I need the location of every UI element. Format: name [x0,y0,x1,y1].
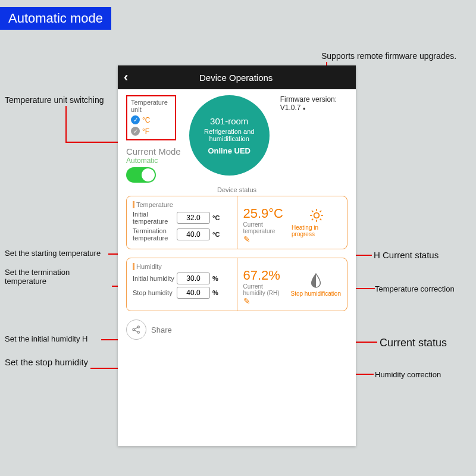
hum-unit-1: % [212,275,218,282]
ann-h-current-status: H Current status [374,250,439,260]
check-icon: ✓ [131,115,140,124]
current-temperature-label: Current temperature [243,221,284,234]
edit-temp-icon[interactable]: ✎ [243,234,250,244]
humidity-status: Stop humidification [291,273,342,297]
ann-term-temp: Set the termination temperature [5,268,100,286]
unit-fahrenheit-label: °F [142,127,149,136]
mode-banner: Automatic mode [0,7,111,30]
svg-line-8 [320,211,321,212]
device-online-status: Online UED [208,146,250,155]
svg-point-0 [314,213,319,218]
ann-init-hum: Set the initial humidity H [5,334,87,343]
mode-toggle[interactable] [126,167,156,183]
temperature-unit-box: Temperature unit ✓ °C ✓ °F [126,95,176,140]
ann-humidity-correction: Humidity correction [375,370,441,379]
ann-temp-unit-switch: Temperature unit switching [5,95,104,105]
temp-unit-2: °C [212,231,220,238]
svg-point-11 [137,331,139,333]
svg-line-6 [320,219,321,220]
firmware-label: Firmware version: [280,95,337,104]
device-badge: 301-room Refrigeration and humidificatio… [189,95,270,176]
svg-line-5 [311,211,312,212]
temperature-card: Temperature Initial temperature °C Termi… [126,196,347,249]
device-desc: Refrigeration and humidification [189,128,270,142]
panel-title: Device Operations [122,73,350,83]
svg-line-13 [134,330,137,332]
ann-start-temp: Set the starting temperature [5,249,101,258]
temp-section-title: Temperature [133,201,231,208]
temp-unit-1: °C [212,214,220,221]
device-status-header: Device status [126,186,347,193]
current-mode-label: Current Mode [126,146,181,156]
ann-remote-fw: Supports remote firmware upgrades. [321,51,456,61]
heating-status: Heating in progress [292,208,341,237]
svg-point-10 [137,326,139,328]
ann-stop-hum: Set the stop humidity [5,357,88,367]
temp-initial-input[interactable] [177,212,210,224]
firmware-block: Firmware version: V1.0.7 ● [280,95,337,112]
svg-line-7 [311,219,312,220]
hum-stop-label: Stop humidity [133,289,174,296]
temp-term-label: Termination temperature [133,227,174,242]
share-icon [126,320,146,340]
device-room: 301-room [210,116,248,126]
check-icon: ✓ [131,127,140,136]
hum-stop-input[interactable] [177,287,210,299]
current-mode-value: Automatic [126,156,158,165]
unit-fahrenheit-option[interactable]: ✓ °F [131,127,171,136]
firmware-value: V1.0.7 [280,104,301,112]
device-panel: ‹ Device Operations Temperature unit ✓ °… [118,65,356,446]
svg-line-12 [134,327,137,329]
sun-icon [309,208,324,223]
hum-unit-2: % [212,289,218,296]
temp-initial-label: Initial temperature [133,211,174,225]
current-humidity-label: Current humidity (RH) [243,283,283,296]
hum-initial-label: Initial humidity [133,275,174,282]
ann-temp-correction: Temperature correction [375,284,455,293]
share-label: Share [151,325,172,334]
unit-celsius-label: °C [142,116,150,124]
temp-term-input[interactable] [177,228,210,240]
hum-initial-input[interactable] [177,273,210,284]
current-temperature-value: 25.9°C [243,206,284,221]
unit-celsius-option[interactable]: ✓ °C [131,115,171,124]
ann-current-status: Current status [380,337,447,349]
current-humidity-value: 67.2% [243,268,283,283]
panel-header: ‹ Device Operations [118,65,356,89]
drop-icon [309,273,322,289]
heating-status-label: Heating in progress [292,224,341,237]
current-mode-block: Current Mode Automatic [126,146,181,183]
humidity-card: Humidity Initial humidity % Stop humidit… [126,258,347,311]
unit-box-label: Temperature unit [131,99,171,113]
edit-hum-icon[interactable]: ✎ [243,296,250,306]
hum-section-title: Humidity [133,263,231,270]
share-row[interactable]: Share [126,320,347,340]
svg-point-9 [133,328,134,330]
humidity-status-label: Stop humidification [291,290,342,297]
